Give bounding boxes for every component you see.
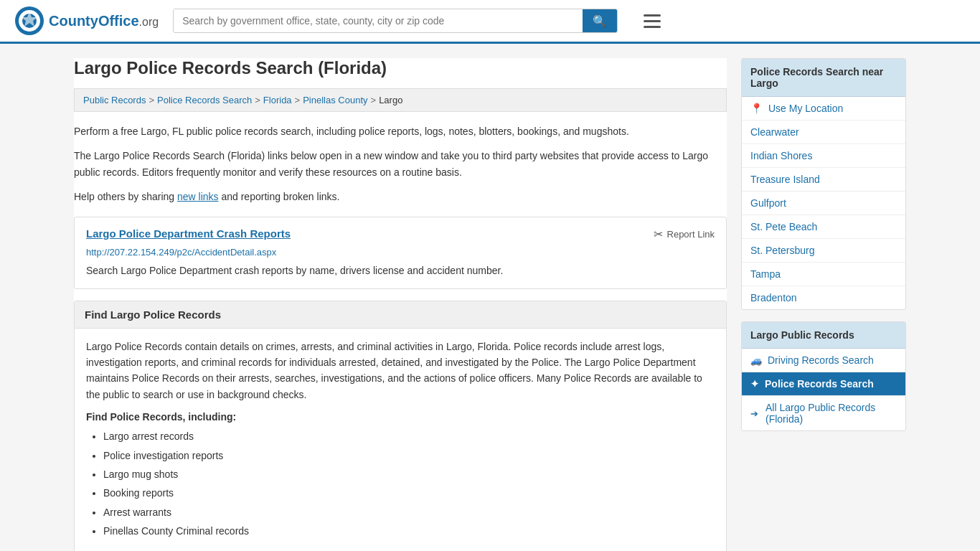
intro-paragraph-3: Help others by sharing new links and rep… [74,189,727,204]
list-item: Largo mug shots [103,466,715,482]
new-links-link[interactable]: new links [177,191,219,202]
search-button[interactable]: 🔍 [583,9,617,32]
nearby-tampa[interactable]: Tampa [742,263,905,286]
section-body: Largo Police Records contain details on … [75,329,726,551]
content-area: Largo Police Records Search (Florida) Pu… [74,58,727,551]
header: CountyOffice.org 🔍 [0,0,980,44]
section-body-text: Largo Police Records contain details on … [86,339,715,403]
breadcrumb: Public Records > Police Records Search >… [74,88,727,112]
tampa-link[interactable]: Tampa [750,268,781,280]
all-public-records-item[interactable]: ➔ All Largo Public Records (Florida) [742,396,905,430]
nearby-st-pete-beach[interactable]: St. Pete Beach [742,215,905,239]
treasure-island-link[interactable]: Treasure Island [750,174,820,185]
list-item: Police investigation reports [103,448,715,463]
main-container: Largo Police Records Search (Florida) Pu… [60,44,920,551]
nearby-gulfport[interactable]: Gulfport [742,192,905,215]
breadcrumb-largo: Largo [379,95,402,105]
scissors-icon: ✂ [654,227,663,241]
driving-records-link[interactable]: Driving Records Search [768,354,874,366]
use-my-location-item[interactable]: 📍 Use My Location [742,97,905,121]
search-input[interactable] [174,9,583,32]
arrow-icon: ➔ [750,408,758,419]
location-pin-icon: 📍 [750,103,763,114]
police-records-active-item[interactable]: ✦ Police Records Search [742,372,905,396]
list-item: Booking reports [103,485,715,501]
breadcrumb-pinellas[interactable]: Pinellas County [303,95,367,105]
search-bar: 🔍 [173,9,618,33]
nearby-st-petersburg[interactable]: St. Petersburg [742,239,905,263]
record-card-header: Largo Police Department Crash Reports ✂ … [86,227,715,241]
menu-bar-2 [644,20,661,22]
record-title-link[interactable]: Largo Police Department Crash Reports [86,227,291,240]
breadcrumb-police-records[interactable]: Police Records Search [157,95,252,105]
section-title: Find Largo Police Records [75,301,726,329]
list-item: Arrest warrants [103,504,715,520]
nearby-clearwater[interactable]: Clearwater [742,121,905,144]
breadcrumb-public-records[interactable]: Public Records [83,95,146,105]
record-card: Largo Police Department Crash Reports ✂ … [74,217,727,289]
intro-paragraph-2: The Largo Police Records Search (Florida… [74,148,727,180]
nearby-section-title: Police Records Search near Largo [742,59,905,97]
bradenton-link[interactable]: Bradenton [750,292,797,303]
nearby-indian-shores[interactable]: Indian Shores [742,144,905,168]
logo-icon [14,6,44,36]
find-label: Find Police Records, including: [86,411,715,423]
menu-bar-3 [644,26,661,28]
public-records-section: Largo Public Records 🚙 Driving Records S… [741,321,906,431]
police-records-active-label: Police Records Search [765,378,874,390]
clearwater-link[interactable]: Clearwater [750,126,799,138]
car-icon: 🚙 [750,355,762,366]
nearby-treasure-island[interactable]: Treasure Island [742,168,905,192]
nearby-bradenton[interactable]: Bradenton [742,286,905,309]
st-petersburg-link[interactable]: St. Petersburg [750,245,815,256]
indian-shores-link[interactable]: Indian Shores [750,150,812,161]
sidebar: Police Records Search near Largo 📍 Use M… [741,58,906,551]
logo-text: CountyOffice.org [49,13,159,29]
st-pete-beach-link[interactable]: St. Pete Beach [750,221,817,232]
find-police-records-section: Find Largo Police Records Largo Police R… [74,301,727,551]
public-records-section-title: Largo Public Records [742,322,905,349]
records-list: Largo arrest records Police investigatio… [86,428,715,539]
record-description: Search Largo Police Department crash rep… [86,263,715,278]
gulfport-link[interactable]: Gulfport [750,197,786,209]
record-url[interactable]: http://207.22.154.249/p2c/AccidentDetail… [86,247,715,258]
menu-button[interactable] [638,9,666,34]
report-link-button[interactable]: ✂ Report Link [654,227,715,241]
intro-paragraph-1: Perform a free Largo, FL public police r… [74,123,727,139]
menu-bar-1 [644,14,661,17]
page-title: Largo Police Records Search (Florida) [74,58,727,78]
driving-records-item[interactable]: 🚙 Driving Records Search [742,349,905,372]
logo-area: CountyOffice.org [14,6,159,36]
use-my-location-link[interactable]: Use My Location [768,103,843,114]
all-public-records-link[interactable]: All Largo Public Records (Florida) [765,402,897,425]
list-item: Largo arrest records [103,428,715,444]
star-icon: ✦ [750,378,759,390]
breadcrumb-florida[interactable]: Florida [263,95,292,105]
list-item: Pinellas County Criminal records [103,523,715,539]
nearby-section: Police Records Search near Largo 📍 Use M… [741,58,906,310]
